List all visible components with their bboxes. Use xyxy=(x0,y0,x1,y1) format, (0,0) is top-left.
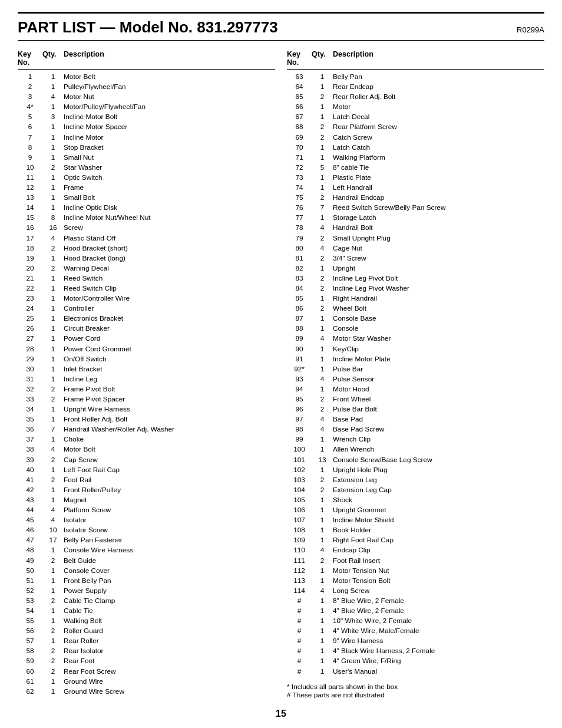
description: Power Cord xyxy=(64,334,275,344)
list-item: 4* 1 Motor/Pulley/Flywheel/Fan xyxy=(18,102,275,112)
list-item: 79 2 Small Upright Plug xyxy=(287,233,544,243)
key-no: 52 xyxy=(18,586,42,596)
key-no: 87 xyxy=(287,314,312,324)
key-no: 61 xyxy=(18,677,42,687)
key-no: 19 xyxy=(18,253,42,263)
key-no: 55 xyxy=(18,616,42,626)
list-item: 106 1 Upright Grommet xyxy=(287,505,544,515)
qty: 2 xyxy=(312,133,333,143)
list-item: 21 1 Reed Switch xyxy=(18,274,275,284)
description: Handrail Endcap xyxy=(333,193,544,203)
list-item: 77 1 Storage Latch xyxy=(287,213,544,223)
key-no: 59 xyxy=(18,656,42,666)
key-no: 47 xyxy=(18,535,42,545)
description: Console Screw/Base Leg Screw xyxy=(333,455,544,465)
left-column: Key No. Qty. Description 1 1 Motor Belt … xyxy=(18,50,275,699)
list-item: 46 10 Isolator Screw xyxy=(18,525,275,535)
qty: 4 xyxy=(42,92,64,102)
key-no: # xyxy=(287,656,312,666)
list-item: 33 2 Frame Pivot Spacer xyxy=(18,394,275,404)
key-no: # xyxy=(287,626,312,636)
list-item: 57 1 Rear Roller xyxy=(18,636,275,646)
qty: 1 xyxy=(312,72,333,82)
left-header-qty: Qty. xyxy=(42,50,64,67)
qty: 5 xyxy=(312,163,333,173)
list-item: 24 1 Controller xyxy=(18,304,275,314)
list-item: 34 1 Upright Wire Harness xyxy=(18,404,275,414)
key-no: 56 xyxy=(18,626,42,636)
qty: 1 xyxy=(42,677,64,687)
list-item: 88 1 Console xyxy=(287,324,544,334)
list-item: 73 1 Plastic Plate xyxy=(287,173,544,183)
description: Key/Clip xyxy=(333,344,544,354)
description: Incline Motor xyxy=(64,133,275,143)
key-no: 81 xyxy=(287,253,312,263)
description: Incline Optic Disk xyxy=(64,203,275,213)
list-item: 86 2 Wheel Bolt xyxy=(287,304,544,314)
qty: 7 xyxy=(42,424,64,434)
list-item: 83 2 Incline Leg Pivot Bolt xyxy=(287,274,544,284)
key-no: 111 xyxy=(287,556,312,566)
qty: 1 xyxy=(42,82,64,92)
qty: 2 xyxy=(42,667,64,677)
description: Reed Switch Screw/Belly Pan Screw xyxy=(333,203,544,213)
key-no: 75 xyxy=(287,193,312,203)
list-item: 60 2 Rear Foot Screw xyxy=(18,667,275,677)
key-no: 31 xyxy=(18,374,42,384)
list-item: 103 2 Extension Leg xyxy=(287,475,544,485)
qty: 10 xyxy=(42,525,64,535)
description: 10" White Wire, 2 Female xyxy=(333,616,544,626)
key-no: 58 xyxy=(18,646,42,656)
qty: 1 xyxy=(42,364,64,374)
qty: 1 xyxy=(42,334,64,344)
qty: 2 xyxy=(312,304,333,314)
key-no: 20 xyxy=(18,263,42,274)
description: Front Roller Adj. Bolt xyxy=(64,414,275,424)
list-item: 48 1 Console Wire Harness xyxy=(18,545,275,555)
qty: 2 xyxy=(42,455,64,465)
list-item: 71 1 Walking Platform xyxy=(287,153,544,163)
description: Motor Tension Nut xyxy=(333,566,544,576)
key-no: 16 xyxy=(18,223,42,233)
description: On/Off Switch xyxy=(64,354,275,364)
list-item: 52 1 Power Supply xyxy=(18,586,275,596)
key-no: 34 xyxy=(18,404,42,414)
list-item: 93 4 Pulse Sensor xyxy=(287,374,544,384)
description: Motor Nut xyxy=(64,92,275,102)
qty: 2 xyxy=(312,233,333,243)
list-item: 109 1 Right Foot Rail Cap xyxy=(287,535,544,545)
key-no: 86 xyxy=(287,304,312,314)
list-item: 110 4 Endcap Clip xyxy=(287,545,544,555)
list-item: 90 1 Key/Clip xyxy=(287,344,544,354)
list-item: 43 1 Magnet xyxy=(18,495,275,505)
description: Incline Motor Plate xyxy=(333,354,544,364)
footer-note-1: * Includes all parts shown in the box xyxy=(287,683,544,691)
qty: 1 xyxy=(312,465,333,475)
description: Isolator Screw xyxy=(64,525,275,535)
description: Hood Bracket (short) xyxy=(64,243,275,253)
key-no: 40 xyxy=(18,465,42,475)
list-item: 42 1 Front Roller/Pulley xyxy=(18,485,275,495)
description: Belt Guide xyxy=(64,556,275,566)
qty: 1 xyxy=(42,304,64,314)
description: Walking Platform xyxy=(333,153,544,163)
list-item: 27 1 Power Cord xyxy=(18,334,275,344)
qty: 1 xyxy=(42,122,64,132)
list-item: 74 1 Left Handrail xyxy=(287,183,544,193)
description: Catch Screw xyxy=(333,133,544,143)
key-no: 109 xyxy=(287,535,312,545)
qty: 1 xyxy=(312,82,333,92)
list-item: 28 1 Power Cord Grommet xyxy=(18,344,275,354)
qty: 1 xyxy=(42,284,64,294)
qty: 17 xyxy=(42,535,64,545)
list-item: 25 1 Electronics Bracket xyxy=(18,314,275,324)
qty: 2 xyxy=(42,475,64,485)
description: 4" Green Wire, F/Ring xyxy=(333,656,544,666)
list-item: 32 2 Frame Pivot Bolt xyxy=(18,384,275,394)
key-no: 32 xyxy=(18,384,42,394)
qty: 1 xyxy=(312,364,333,374)
key-no: 23 xyxy=(18,294,42,304)
list-item: 20 2 Warning Decal xyxy=(18,263,275,274)
key-no: 89 xyxy=(287,334,312,344)
description: Long Screw xyxy=(333,586,544,596)
